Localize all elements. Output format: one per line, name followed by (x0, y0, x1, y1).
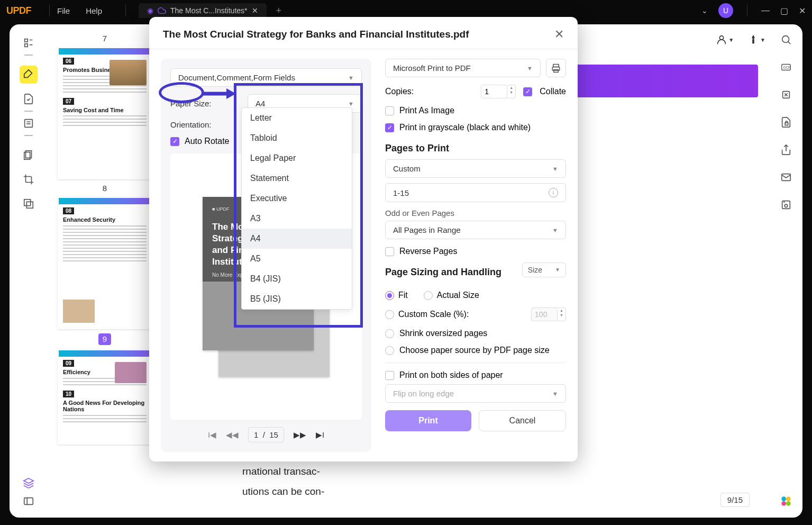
paper-source-radio[interactable] (385, 346, 394, 355)
menu-help[interactable]: Help (86, 6, 102, 15)
printer-select[interactable]: Microsoft Print to PDF▼ (385, 59, 541, 77)
custom-scale-label: Custom Scale (%): (398, 310, 469, 319)
sizing-title: Page Sizing and Handling (385, 267, 501, 278)
paper-option-legal[interactable]: Legal Paper (242, 148, 352, 168)
svg-point-27 (781, 501, 786, 506)
flip-select: Flip on long edge▼ (385, 384, 566, 403)
crop-tool[interactable] (20, 170, 38, 188)
page-range-select[interactable]: Custom▼ (385, 159, 566, 178)
paper-option-statement[interactable]: Statement (242, 168, 352, 188)
preview-next-button[interactable]: ▶▶ (294, 430, 306, 440)
page-range-input[interactable]: 1-15 i (385, 183, 566, 202)
rotate-icon[interactable] (780, 89, 792, 103)
paper-option-executive[interactable]: Executive (242, 188, 352, 209)
svg-point-25 (781, 496, 786, 501)
paper-option-b4[interactable]: B4 (JIS) (242, 269, 352, 289)
print-button[interactable]: Print (385, 410, 471, 431)
user-avatar[interactable]: U (718, 3, 733, 18)
thumbnail-page-8[interactable]: 08 Enhanced Security (58, 197, 152, 329)
svg-rect-12 (24, 498, 33, 505)
edit-tool[interactable] (20, 90, 38, 108)
svg-rect-30 (752, 39, 754, 43)
svg-point-28 (786, 501, 791, 506)
layers-tool[interactable] (20, 195, 38, 213)
svg-rect-33 (554, 69, 558, 72)
preview-prev-button[interactable]: ◀◀ (226, 430, 239, 440)
duplex-label: Print on both sides of paper (399, 370, 503, 380)
window-minimize-button[interactable]: — (761, 6, 770, 15)
thumbnail-page-9[interactable]: 09 Efficiency 10 A Good News For Develop… (58, 349, 152, 445)
preview-first-button[interactable]: I◀ (208, 430, 216, 440)
shrink-label: Shrink oversized pages (399, 329, 487, 338)
orientation-label: Orientation: (170, 120, 223, 129)
collate-checkbox[interactable]: ✓ (523, 87, 532, 96)
svg-rect-1 (25, 44, 28, 47)
window-close-button[interactable]: ✕ (799, 6, 806, 16)
profile-icon[interactable]: ▼ (716, 34, 734, 46)
lock-file-icon[interactable] (780, 116, 792, 130)
mail-icon[interactable] (780, 171, 792, 185)
preview-last-button[interactable]: ▶I (316, 430, 324, 440)
auto-rotate-checkbox[interactable]: ✓ (170, 137, 179, 146)
reverse-pages-checkbox[interactable] (385, 247, 394, 256)
copies-input[interactable] (481, 85, 507, 98)
odd-even-select[interactable]: All Pages in Range▼ (385, 221, 566, 239)
auto-rotate-label: Auto Rotate (185, 137, 230, 146)
save-icon[interactable] (780, 199, 792, 213)
share-icon[interactable] (780, 144, 792, 158)
info-icon[interactable]: i (549, 188, 558, 197)
print-dialog: The Most Crucial Strategy for Banks and … (149, 17, 578, 461)
paper-option-b5[interactable]: B5 (JIS) (242, 289, 352, 309)
chevron-down-icon[interactable]: ⌄ (701, 6, 708, 15)
window-maximize-button[interactable]: ▢ (780, 6, 788, 16)
menu-file[interactable]: File (57, 6, 70, 15)
layers-icon[interactable] (20, 474, 38, 492)
svg-point-14 (782, 36, 789, 43)
document-tab[interactable]: ◉ The Most C...Institutes* ✕ (139, 3, 267, 18)
page-indicator: 9/15 (720, 493, 750, 507)
actual-size-radio[interactable] (424, 291, 433, 300)
copies-down[interactable]: ▼ (507, 90, 515, 95)
annotation-oval (159, 82, 204, 103)
signature-icon[interactable]: ▼ (747, 34, 765, 46)
search-icon[interactable] (780, 34, 792, 48)
content-type-select[interactable]: Document,Comment,Form Fields▼ (170, 68, 362, 87)
paper-option-a3[interactable]: A3 (242, 209, 352, 229)
annotation-arrow-icon (201, 86, 238, 102)
thumbnails-tool[interactable] (20, 34, 38, 52)
svg-point-26 (786, 496, 791, 501)
printer-properties-button[interactable] (546, 59, 566, 77)
cancel-button[interactable]: Cancel (479, 410, 566, 431)
svg-point-23 (784, 204, 788, 207)
copies-up[interactable]: ▲ (507, 85, 515, 90)
paper-option-letter[interactable]: Letter (242, 108, 352, 128)
highlighter-tool[interactable] (20, 66, 38, 84)
thumbnail-page-7[interactable]: 06 Promotes Business Globally 07 Saving … (58, 47, 152, 179)
shrink-radio[interactable] (385, 329, 394, 338)
dialog-close-button[interactable]: ✕ (554, 28, 564, 41)
fit-radio[interactable] (385, 291, 394, 300)
new-tab-button[interactable]: + (276, 5, 282, 16)
grayscale-label: Print in grayscale (black and white) (399, 123, 531, 132)
left-toolbar (10, 24, 48, 518)
thumb-number: 8 (53, 184, 157, 193)
custom-scale-radio[interactable] (385, 310, 394, 319)
thumbnail-panel: 7 06 Promotes Business Globally 07 Savin… (53, 30, 157, 518)
pages-tool[interactable] (20, 146, 38, 164)
print-as-image-checkbox[interactable] (385, 106, 394, 115)
paper-option-a4[interactable]: A4 (242, 229, 352, 249)
preview-page-display[interactable]: 1 / 15 (248, 427, 284, 442)
form-tool[interactable] (20, 114, 38, 132)
grayscale-checkbox[interactable]: ✓ (385, 123, 394, 132)
actual-size-label: Actual Size (437, 291, 479, 300)
sizing-mode-select[interactable]: Size▼ (522, 262, 566, 277)
svg-point-29 (720, 36, 724, 40)
ocr-icon[interactable]: OCR (780, 61, 792, 75)
paper-option-a5[interactable]: A5 (242, 249, 352, 269)
tab-close-button[interactable]: ✕ (252, 6, 258, 15)
paper-option-tabloid[interactable]: Tabloid (242, 128, 352, 148)
print-as-image-label: Print As Image (399, 106, 454, 115)
thumb-number-active: 9 (98, 333, 111, 345)
duplex-checkbox[interactable] (385, 371, 394, 380)
panel-toggle[interactable] (20, 492, 38, 510)
